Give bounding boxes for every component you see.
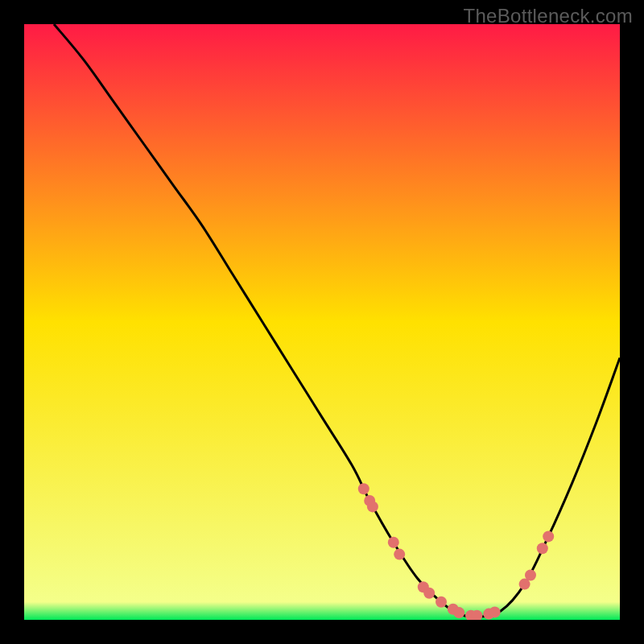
- gradient-bg: [24, 24, 620, 620]
- chart-svg: [24, 24, 620, 620]
- marker-point: [436, 597, 447, 608]
- marker-point: [367, 501, 378, 512]
- marker-point: [543, 530, 554, 542]
- watermark-text: TheBottleneck.com: [463, 5, 633, 27]
- marker-point: [394, 549, 405, 560]
- marker-point: [489, 606, 501, 617]
- marker-point: [358, 483, 369, 494]
- marker-point: [423, 588, 435, 599]
- marker-point: [537, 543, 548, 554]
- plot-area: [24, 24, 620, 620]
- marker-point: [388, 537, 399, 548]
- chart-frame: TheBottleneck.com: [0, 0, 644, 644]
- marker-point: [453, 607, 464, 618]
- marker-point: [525, 570, 536, 581]
